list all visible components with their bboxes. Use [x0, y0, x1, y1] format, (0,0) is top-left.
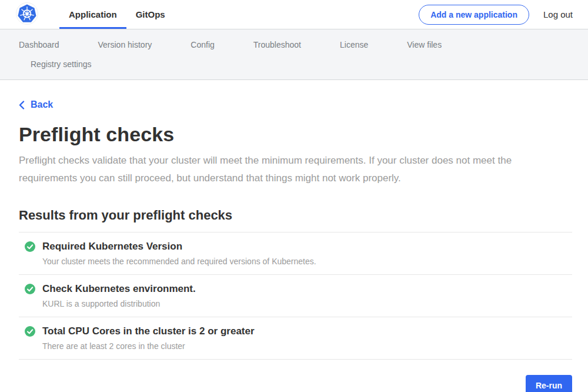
check-pass-icon [25, 326, 35, 337]
back-link[interactable]: Back [19, 99, 53, 110]
preflight-check-row: Total CPU Cores in the cluster is 2 or g… [19, 317, 572, 360]
main-content: Back Preflight checks Preflight checks v… [0, 80, 588, 392]
rerun-button[interactable]: Re-run [526, 375, 572, 392]
check-pass-icon [25, 284, 35, 294]
subnav-item-config[interactable]: Config [191, 40, 214, 49]
topnav-right: Add a new application Log out [419, 0, 573, 29]
subnav-item-license[interactable]: License [340, 40, 368, 49]
tab-application[interactable]: Application [59, 0, 126, 29]
check-message: KURL is a supported distribution [42, 299, 196, 309]
subnav-row-2: Registry settings [0, 54, 588, 74]
add-new-application-button[interactable]: Add a new application [419, 5, 529, 25]
subnav-row-1: Dashboard Version history Config Trouble… [0, 35, 588, 54]
kubernetes-icon [16, 2, 38, 27]
subnav-item-version-history[interactable]: Version history [98, 40, 152, 49]
page-description: Preflight checks validate that your clus… [19, 152, 557, 187]
check-title: Total CPU Cores in the cluster is 2 or g… [42, 325, 255, 337]
subnav-item-dashboard[interactable]: Dashboard [19, 40, 59, 49]
page-title: Preflight checks [19, 123, 572, 146]
chevron-left-icon [19, 101, 25, 109]
subnav-item-view-files[interactable]: View files [407, 40, 442, 49]
preflight-check-row: Required Kubernetes Version Your cluster… [19, 232, 572, 275]
check-pass-icon [25, 241, 35, 252]
actions-bar: Re-run [19, 375, 572, 392]
top-navbar: Application GitOps Add a new application… [0, 0, 588, 29]
primary-tabs: Application GitOps [59, 0, 175, 29]
check-title: Check Kubernetes environment. [42, 283, 196, 295]
kubernetes-logo[interactable] [16, 0, 38, 29]
logout-link[interactable]: Log out [543, 9, 573, 19]
results-heading: Results from your preflight checks [19, 208, 572, 223]
app-subnav: Dashboard Version history Config Trouble… [0, 29, 588, 80]
preflight-results-list: Required Kubernetes Version Your cluster… [19, 232, 572, 360]
back-label: Back [31, 99, 53, 110]
tab-gitops[interactable]: GitOps [126, 0, 175, 29]
check-message: Your cluster meets the recommended and r… [42, 257, 316, 267]
check-title: Required Kubernetes Version [42, 241, 316, 253]
preflight-check-row: Check Kubernetes environment. KURL is a … [19, 275, 572, 317]
subnav-item-registry-settings[interactable]: Registry settings [31, 59, 91, 69]
subnav-item-troubleshoot[interactable]: Troubleshoot [253, 40, 301, 49]
check-message: There are at least 2 cores in the cluste… [42, 341, 255, 351]
